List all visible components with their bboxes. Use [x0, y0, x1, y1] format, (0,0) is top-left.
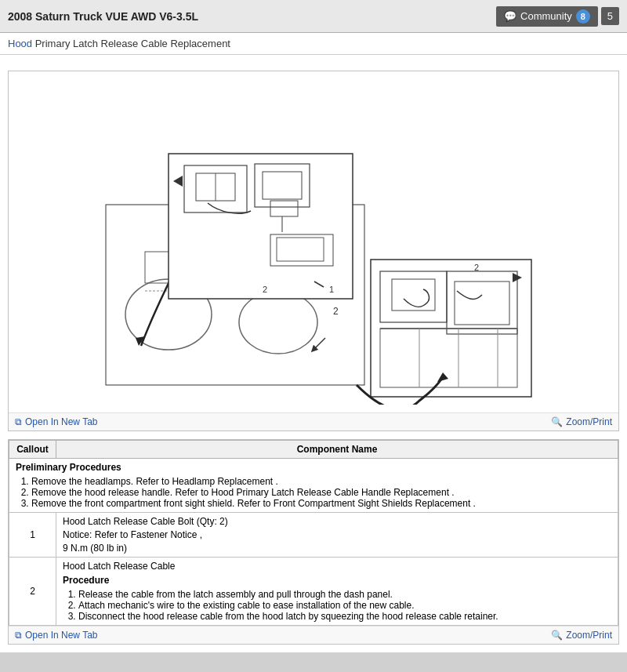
breadcrumb-link[interactable]: Hood — [8, 38, 32, 49]
open-tab-link-1[interactable]: ⧉ Open In New Tab — [15, 416, 98, 427]
breadcrumb: Hood Primary Latch Release Cable Replace… — [0, 33, 627, 55]
diagram-footer-1: ⧉ Open In New Tab 🔍 Zoom/Print — [9, 412, 618, 430]
diagram-image-area-1: 2 2 1 — [9, 71, 618, 412]
procedure-list: Release the cable from the latch assembl… — [78, 589, 611, 622]
procedure-header: Procedure — [63, 575, 611, 586]
zoom-icon-1: 🔍 — [551, 416, 563, 427]
open-tab-link-2[interactable]: ⧉ Open In New Tab — [15, 630, 98, 641]
open-tab-label-2: Open In New Tab — [25, 630, 98, 641]
chat-icon: 💬 — [504, 10, 516, 22]
notice-text: Notice: Refer to Fastener Notice , — [63, 529, 202, 540]
zoom-link-2[interactable]: 🔍 Zoom/Print — [551, 630, 612, 641]
prelim-item-1: Remove the headlamps. Refer to Headlamp … — [31, 476, 611, 487]
zoom-label-1: Zoom/Print — [566, 416, 612, 427]
col-callout-header: Callout — [9, 441, 56, 459]
new-tab-icon-2: ⧉ — [15, 630, 22, 641]
callout-cell-1: 1 — [9, 513, 56, 558]
svg-text:2: 2 — [263, 285, 267, 294]
community-button[interactable]: 💬 Community 8 — [496, 6, 598, 27]
open-tab-label-1: Open In New Tab — [25, 416, 98, 427]
page-title: 2008 Saturn Truck VUE AWD V6-3.5L — [8, 10, 198, 23]
table-container: Callout Component Name Preliminary Proce… — [8, 439, 619, 645]
table-header-row: Callout Component Name — [9, 441, 618, 459]
col-component-header: Component Name — [56, 441, 618, 459]
more-button[interactable]: 5 — [601, 7, 619, 25]
prelim-row: Preliminary Procedures Remove the headla… — [9, 459, 618, 513]
community-badge: 8 — [576, 9, 590, 24]
prelim-item-3: Remove the front compartment front sight… — [31, 498, 611, 509]
table-row-1: 1 Hood Latch Release Cable Bolt (Qty: 2)… — [9, 513, 618, 558]
prelim-cell: Preliminary Procedures Remove the headla… — [9, 459, 618, 513]
prelim-list: Remove the headlamps. Refer to Headlamp … — [31, 476, 611, 509]
diagram-svg-1: 2 2 1 — [82, 79, 545, 405]
procedure-step-3: Disconnect the hood release cable from t… — [78, 611, 611, 622]
main-content: 2 2 1 — [0, 55, 627, 652]
new-tab-icon-1: ⧉ — [15, 416, 22, 427]
diagram-container-1: 2 2 1 — [8, 71, 619, 431]
component-name-1: Hood Latch Release Cable Bolt (Qty: 2) — [63, 516, 611, 527]
parts-table: Callout Component Name Preliminary Proce… — [9, 440, 618, 626]
prelim-item-2: Remove the hood release handle. Refer to… — [31, 487, 611, 498]
procedure-step-1: Release the cable from the latch assembl… — [78, 589, 611, 600]
table-footer: ⧉ Open In New Tab 🔍 Zoom/Print — [9, 626, 618, 644]
breadcrumb-text: Primary Latch Release Cable Replacement — [32, 38, 230, 49]
zoom-link-1[interactable]: 🔍 Zoom/Print — [551, 416, 612, 427]
procedure-step-2: Attach mechanic's wire to the existing c… — [78, 600, 611, 611]
zoom-label-2: Zoom/Print — [566, 630, 612, 641]
prelim-header: Preliminary Procedures — [16, 462, 611, 473]
table-row-2: 2 Hood Latch Release Cable Procedure Rel… — [9, 558, 618, 626]
header-actions: 💬 Community 8 5 — [496, 6, 619, 27]
svg-text:2: 2 — [333, 306, 339, 317]
spec-text: 9 N.m (80 lb in) — [63, 543, 611, 554]
svg-text:2: 2 — [474, 263, 479, 272]
callout-cell-2: 2 — [9, 558, 56, 626]
component-cell-1: Hood Latch Release Cable Bolt (Qty: 2) N… — [56, 513, 618, 558]
svg-text:1: 1 — [329, 285, 334, 294]
page-header: 2008 Saturn Truck VUE AWD V6-3.5L 💬 Comm… — [0, 0, 627, 33]
component-name-2: Hood Latch Release Cable — [63, 561, 611, 572]
community-label: Community — [520, 10, 572, 22]
zoom-icon-2: 🔍 — [551, 630, 563, 641]
component-cell-2: Hood Latch Release Cable Procedure Relea… — [56, 558, 618, 626]
